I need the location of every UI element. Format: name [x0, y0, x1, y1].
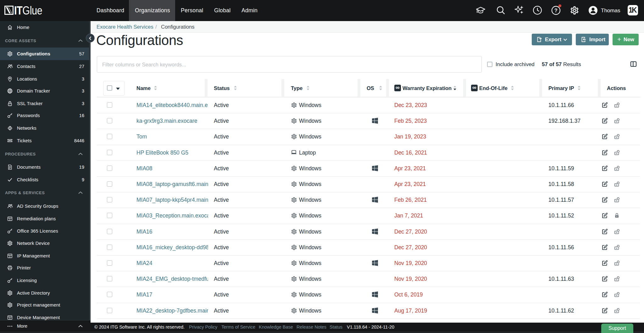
svg-text:?: ?: [554, 8, 558, 13]
